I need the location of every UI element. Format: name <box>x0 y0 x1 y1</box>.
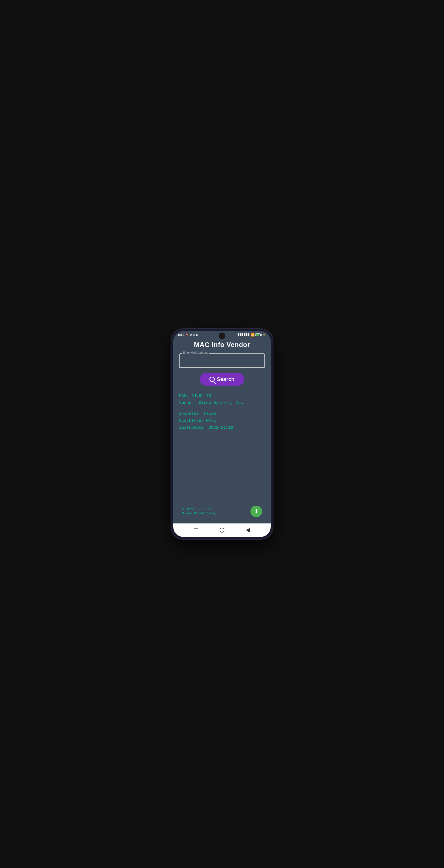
status-left: 6:54 🔇 ⊕ ◎ M ·· <box>178 333 201 337</box>
signal2-icon: ▋▋▋ <box>244 334 250 336</box>
status-right: ▋▋▋ ▋▋▋ 📶 ⚡ <box>238 333 266 337</box>
time-display: 6:54 <box>178 333 184 337</box>
mac-input-label: Enter MAC address <box>182 351 209 354</box>
download-fab-button[interactable]: ⬇ <box>250 506 262 517</box>
update-label: Update BD MAC (~6Mb) <box>182 512 217 516</box>
camera-notch <box>218 333 226 339</box>
battery-icon <box>255 334 262 336</box>
signal1-icon: ▋▋▋ <box>238 334 243 336</box>
dots-icon: ·· <box>199 334 201 336</box>
charging-icon: ⚡ <box>262 333 266 337</box>
home-icon <box>219 528 225 533</box>
location-icon: ⊕ <box>190 333 192 336</box>
results-section: MAC: 14:84:73 Vendor: Cisco Systems, Inc… <box>179 393 265 504</box>
mac-result: MAC: 14:84:73 <box>179 393 265 400</box>
vendor-result: Vendor: Cisco Systems, Inc <box>179 400 265 406</box>
recent-apps-button[interactable] <box>194 528 198 532</box>
lastupdate-result: lastUpdate: 2022/11/18 <box>179 424 265 431</box>
blocktype-result: blockType: MA-L <box>179 417 265 424</box>
search-icon <box>209 377 215 382</box>
bd-info: BD date: 22-12-14 Update BD MAC (~6Mb) <box>182 507 217 516</box>
navigation-bar <box>173 523 271 537</box>
search-button-label: Search <box>217 376 234 382</box>
app-title: MAC Info Vendor <box>179 341 265 349</box>
phone-device: 6:54 🔇 ⊕ ◎ M ·· ▋▋▋ ▋▋▋ 📶 ⚡ <box>171 329 273 539</box>
phone-screen: 6:54 🔇 ⊕ ◎ M ·· ▋▋▋ ▋▋▋ 📶 ⚡ <box>173 331 271 537</box>
download-icon: ⬇ <box>254 509 259 514</box>
gmail-icon: M <box>196 334 198 336</box>
home-button[interactable] <box>219 528 225 533</box>
mac-input-container: Enter MAC address <box>179 353 265 368</box>
back-button[interactable] <box>246 528 250 533</box>
back-icon <box>246 528 250 533</box>
bottom-bar: BD date: 22-12-14 Update BD MAC (~6Mb) ⬇ <box>179 504 265 520</box>
search-button[interactable]: Search <box>200 373 244 386</box>
result-spacer <box>179 406 265 410</box>
recent-apps-icon <box>194 528 198 532</box>
wifi-icon: 📶 <box>251 333 255 337</box>
app-content: MAC Info Vendor Enter MAC address Search… <box>173 338 271 523</box>
status-bar: 6:54 🔇 ⊕ ◎ M ·· ▋▋▋ ▋▋▋ 📶 ⚡ <box>173 331 271 338</box>
bd-date: BD date: 22-12-14 <box>182 507 217 512</box>
mute-icon: 🔇 <box>185 333 189 336</box>
circle-icon: ◎ <box>193 333 195 336</box>
mac-address-input[interactable] <box>179 353 265 368</box>
privates-result: privates: false <box>179 410 265 417</box>
